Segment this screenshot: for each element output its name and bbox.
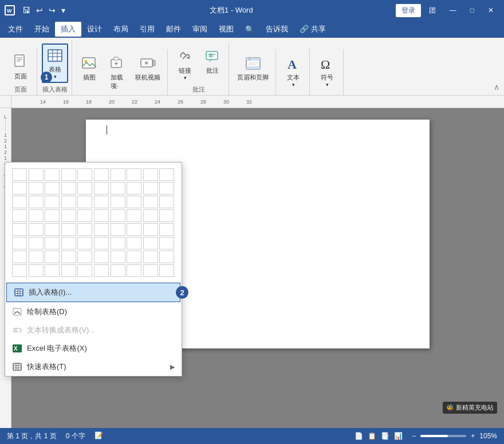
- grid-cell[interactable]: [143, 264, 158, 277]
- grid-cell[interactable]: [159, 237, 174, 249]
- online-video-button[interactable]: 联机视频: [132, 53, 164, 84]
- search-icon[interactable]: 🔍: [239, 23, 260, 36]
- grid-cell[interactable]: [12, 182, 27, 195]
- save-quick-btn[interactable]: 🖫: [21, 5, 32, 16]
- grid-cell[interactable]: [94, 182, 109, 195]
- view-web-btn[interactable]: 📋: [368, 432, 376, 440]
- zoom-minus[interactable]: −: [412, 432, 416, 440]
- symbol-button[interactable]: Ω 符号 ▾: [314, 53, 340, 90]
- grid-cell[interactable]: [143, 237, 158, 249]
- menu-file[interactable]: 文件: [2, 22, 29, 37]
- grid-cell[interactable]: [111, 182, 125, 195]
- grid-cell[interactable]: [94, 223, 109, 236]
- grid-cell[interactable]: [61, 196, 76, 208]
- grid-cell[interactable]: [111, 223, 125, 236]
- menu-review[interactable]: 审阅: [187, 22, 213, 37]
- grid-cell[interactable]: [94, 168, 109, 181]
- redo-btn[interactable]: ↪: [47, 5, 57, 16]
- grid-cell[interactable]: [12, 196, 27, 208]
- grid-cell[interactable]: [77, 182, 92, 195]
- menu-layout[interactable]: 布局: [108, 22, 134, 37]
- grid-cell[interactable]: [61, 251, 76, 263]
- grid-cell[interactable]: [111, 196, 125, 208]
- view-outline-btn[interactable]: 📊: [394, 432, 403, 440]
- grid-cell[interactable]: [159, 182, 174, 195]
- text-button[interactable]: A 文本 ▾: [281, 53, 306, 90]
- menu-share[interactable]: 🔗 共享: [294, 22, 332, 37]
- grid-cell[interactable]: [61, 237, 76, 249]
- menu-mail[interactable]: 邮件: [160, 22, 187, 37]
- grid-cell[interactable]: [159, 223, 174, 236]
- view-read-btn[interactable]: 📑: [381, 432, 389, 440]
- grid-cell[interactable]: [45, 182, 60, 195]
- close-btn[interactable]: ✕: [482, 6, 499, 14]
- grid-cell[interactable]: [61, 182, 76, 195]
- grid-cell[interactable]: [29, 182, 44, 195]
- menu-insert[interactable]: 插入: [55, 22, 81, 37]
- grid-cell[interactable]: [111, 168, 125, 181]
- grid-cell[interactable]: [77, 237, 92, 249]
- grid-cell[interactable]: [29, 223, 44, 236]
- zoom-plus[interactable]: +: [471, 432, 475, 440]
- page-button[interactable]: 页面: [8, 51, 33, 83]
- grid-cell[interactable]: [143, 182, 158, 195]
- grid-cell[interactable]: [127, 168, 141, 181]
- grid-cell[interactable]: [94, 251, 109, 263]
- picture-button[interactable]: 插图: [77, 53, 102, 84]
- grid-cell[interactable]: [111, 209, 125, 222]
- grid-cell[interactable]: [45, 251, 60, 263]
- grid-cell[interactable]: [111, 237, 125, 249]
- grid-cell[interactable]: [61, 168, 76, 181]
- grid-cell[interactable]: [159, 209, 174, 222]
- grid-cell[interactable]: [143, 209, 158, 222]
- restore-window-btn[interactable]: 团: [423, 6, 442, 15]
- grid-cell[interactable]: [12, 168, 27, 181]
- grid-cell[interactable]: [143, 223, 158, 236]
- grid-cell[interactable]: [127, 237, 141, 249]
- grid-cell[interactable]: [61, 223, 76, 236]
- addon-button[interactable]: 加载项·: [104, 53, 129, 93]
- maximize-btn[interactable]: □: [464, 6, 480, 14]
- grid-cell[interactable]: [159, 264, 174, 277]
- grid-cell[interactable]: [94, 264, 109, 277]
- grid-cell[interactable]: [143, 196, 158, 208]
- grid-cell[interactable]: [127, 264, 141, 277]
- grid-cell[interactable]: [45, 209, 60, 222]
- grid-cell[interactable]: [29, 264, 44, 277]
- grid-cell[interactable]: [77, 209, 92, 222]
- quick-table-item[interactable]: 快速表格(T) ▶: [5, 358, 182, 376]
- grid-cell[interactable]: [127, 209, 141, 222]
- link-button[interactable]: 链接 ▾: [172, 46, 198, 83]
- grid-cell[interactable]: [94, 196, 109, 208]
- grid-cell[interactable]: [45, 264, 60, 277]
- grid-cell[interactable]: [45, 223, 60, 236]
- header-footer-button[interactable]: A 页眉和页脚: [234, 53, 272, 84]
- grid-cell[interactable]: [159, 168, 174, 181]
- grid-cell[interactable]: [61, 209, 76, 222]
- grid-cell[interactable]: [12, 223, 27, 236]
- menu-view[interactable]: 视图: [213, 22, 239, 37]
- grid-cell[interactable]: [94, 237, 109, 249]
- grid-cell[interactable]: [12, 264, 27, 277]
- grid-cell[interactable]: [29, 196, 44, 208]
- grid-cell[interactable]: [12, 209, 27, 222]
- grid-cell[interactable]: [77, 196, 92, 208]
- draw-table-item[interactable]: 绘制表格(D): [5, 303, 182, 321]
- grid-cell[interactable]: [77, 223, 92, 236]
- menu-design[interactable]: 设计: [81, 22, 108, 37]
- grid-cell[interactable]: [77, 264, 92, 277]
- table-grid[interactable]: [9, 165, 178, 280]
- grid-cell[interactable]: [127, 223, 141, 236]
- grid-cell[interactable]: [111, 251, 125, 263]
- customize-btn[interactable]: ▾: [60, 5, 67, 16]
- zoom-level[interactable]: 105%: [479, 432, 497, 440]
- grid-cell[interactable]: [127, 182, 141, 195]
- zoom-slider[interactable]: [420, 435, 466, 437]
- ribbon-collapse-btn[interactable]: ∧: [494, 82, 499, 92]
- minimize-btn[interactable]: —: [444, 6, 462, 14]
- grid-cell[interactable]: [127, 251, 141, 263]
- grid-cell[interactable]: [159, 196, 174, 208]
- grid-cell[interactable]: [29, 251, 44, 263]
- grid-cell[interactable]: [111, 264, 125, 277]
- excel-table-item[interactable]: X Excel 电子表格(X): [5, 339, 182, 358]
